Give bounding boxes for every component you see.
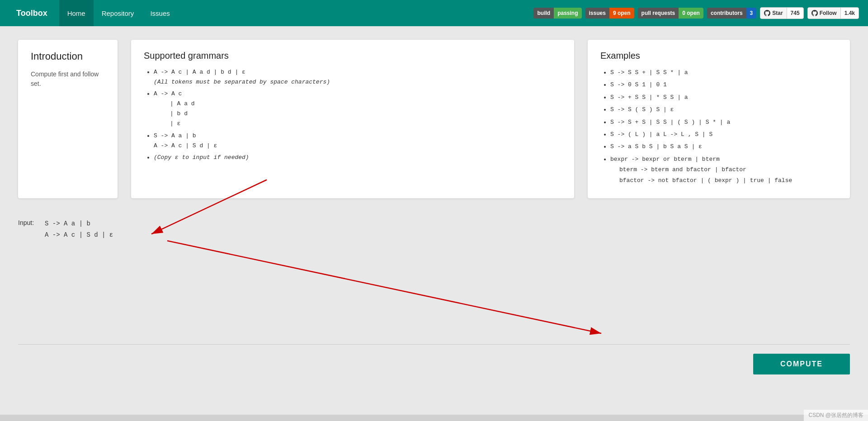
example-sub-2: bfactor -> not bfactor | ( bexpr ) | tru… <box>610 175 837 186</box>
github-star-label: Star <box>772 10 783 16</box>
grammar-item-1: A -> A c | A a d | b d | ε <box>154 69 245 75</box>
contributors-badge-label: contributors <box>707 8 746 19</box>
issues-badge-label: issues <box>585 8 609 19</box>
list-item: S -> a S b S | b S a S | ε <box>610 141 837 152</box>
compute-btn-container: COMPUTE <box>18 345 850 379</box>
github-star-count: 745 <box>787 8 803 19</box>
pull-requests-badge-label: pull requests <box>638 8 679 19</box>
list-item: S -> S ( S ) S | ε <box>610 104 837 115</box>
grammars-list: A -> A c | A a d | b d | ε (All tokens m… <box>144 67 561 163</box>
list-item: S -> 0 S 1 | 0 1 <box>610 80 837 90</box>
scrollbar[interactable] <box>0 415 868 421</box>
build-badge-label: build <box>533 8 554 19</box>
github-follow-button[interactable]: Follow 1.4k <box>807 7 859 19</box>
list-item: | b d <box>170 109 561 119</box>
grammars-title: Supported grammars <box>144 51 561 61</box>
github-star-button[interactable]: Star 745 <box>760 7 803 19</box>
list-item: S -> ( L ) | a L -> L , S | S <box>610 129 837 140</box>
github-follow-count: 1.4k <box>841 8 859 19</box>
github-icon <box>764 10 770 16</box>
contributors-badge[interactable]: contributors 3 <box>707 8 756 19</box>
build-badge-status: passing <box>554 8 581 19</box>
list-item: S -> + S S | * S S | a <box>610 92 837 103</box>
grammar-sub-list: | A a d | b d | ε <box>154 99 561 129</box>
svg-line-2 <box>167 241 601 333</box>
input-label: Input: <box>18 219 34 226</box>
intro-title: Introduction <box>31 51 105 62</box>
list-item: (Copy ε to input if needed) <box>154 153 561 163</box>
issues-badge-count: 9 open <box>609 8 634 19</box>
cards-row: Introduction Compute first and follow se… <box>18 40 850 198</box>
list-item: | ε <box>170 119 561 129</box>
grammar-note: (All tokens must be separated by space c… <box>154 79 330 85</box>
intro-description: Compute first and follow set. <box>31 70 105 89</box>
pull-requests-badge-count: 0 open <box>679 8 703 19</box>
list-item: | A a d <box>170 99 561 109</box>
github-follow-icon <box>811 10 818 16</box>
list-item: S -> S S + | S S * | a <box>610 67 837 78</box>
nav-link-repository[interactable]: Repository <box>94 0 142 26</box>
grammar-item-2: A -> A c <box>154 90 182 97</box>
nav-link-home[interactable]: Home <box>59 0 94 26</box>
pull-requests-badge[interactable]: pull requests 0 open <box>638 8 703 19</box>
grammar-item-4: A -> A c | S d | ε <box>154 142 217 149</box>
list-item: bexpr -> bexpr or bterm | bterm bterm ->… <box>610 154 837 186</box>
grammars-card: Supported grammars A -> A c | A a d | b … <box>131 40 574 198</box>
list-item: S -> A a | b A -> A c | S d | ε <box>154 131 561 151</box>
nav-badges: build passing issues 9 open pull request… <box>533 7 859 19</box>
nav-link-issues[interactable]: Issues <box>142 0 178 26</box>
grammar-copy-note: (Copy ε to input if needed) <box>154 154 249 161</box>
contributors-badge-count: 3 <box>746 8 757 19</box>
grammar-input[interactable]: S -> A a | b A -> A c | S d | ε <box>43 216 170 254</box>
list-item: A -> A c | A a d | b d | ε <box>154 89 561 129</box>
footer: CSDN @张居然的博客 <box>804 410 868 421</box>
build-badge[interactable]: build passing <box>533 8 581 19</box>
examples-list: S -> S S + | S S * | a S -> 0 S 1 | 0 1 … <box>600 67 837 186</box>
nav-brand: Toolbox <box>9 9 55 18</box>
navbar: Toolbox Home Repository Issues build pas… <box>0 0 868 26</box>
compute-button[interactable]: COMPUTE <box>753 354 850 374</box>
list-item: S -> S + S | S S | ( S ) | S * | a <box>610 117 837 127</box>
examples-title: Examples <box>600 51 837 61</box>
github-follow-label: Follow <box>820 10 837 16</box>
main-content: Introduction Compute first and follow se… <box>0 26 868 421</box>
issues-badge[interactable]: issues 9 open <box>585 8 634 19</box>
list-item: A -> A c | A a d | b d | ε (All tokens m… <box>154 67 561 87</box>
grammar-item-3: S -> A a | b <box>154 132 196 139</box>
example-sub-1: bterm -> bterm and bfactor | bfactor <box>610 164 837 175</box>
examples-card: Examples S -> S S + | S S * | a S -> 0 S… <box>588 40 850 198</box>
intro-card: Introduction Compute first and follow se… <box>18 40 118 198</box>
input-area: Input: S -> A a | b A -> A c | S d | ε <box>18 216 850 254</box>
